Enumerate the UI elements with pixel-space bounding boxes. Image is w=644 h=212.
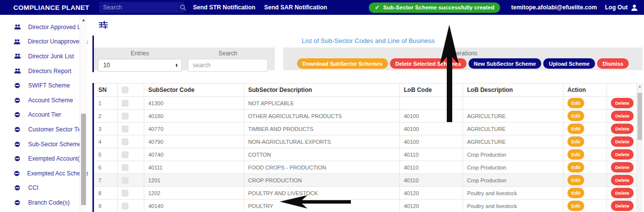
cell-checkbox (118, 97, 144, 110)
delete-button[interactable]: Delete (611, 124, 634, 134)
row-checkbox[interactable] (122, 113, 129, 120)
sidebar-item-label: CCI (28, 184, 39, 191)
delete-button[interactable]: Delete (611, 188, 634, 198)
cell-lob-description: Poultry and livestock (463, 200, 563, 212)
sidebar-item-account-tier[interactable]: Account Tier (0, 108, 88, 123)
table-scrollbar-thumb[interactable] (638, 93, 642, 140)
delete-button[interactable]: Delete (611, 98, 634, 108)
cell-sn: 3 (94, 123, 118, 135)
op-button-upload-scheme[interactable]: Upload Scheme (543, 58, 595, 69)
table-row: 440790NON-AGRICULTURAL EXPORTS40100AGRIC… (94, 135, 637, 148)
cell-delete: Delete (607, 148, 637, 161)
edit-button[interactable]: Edit (567, 98, 584, 108)
scroll-up-icon[interactable]: ▲ (80, 18, 87, 22)
cell-lob-description (463, 97, 563, 110)
nav-send-str[interactable]: Send STR Notification (193, 4, 256, 11)
op-button-download-subsector-schemes[interactable]: Download SubSector Schemes (297, 58, 388, 69)
entries-select[interactable]: 10 ▴▾ (98, 59, 182, 72)
sidebar-item-label: SWIFT Scheme (28, 82, 70, 89)
row-checkbox[interactable] (122, 126, 129, 132)
row-checkbox[interactable] (122, 151, 129, 158)
nav-send-sar[interactable]: Send SAR Notification (264, 4, 327, 11)
cell-checkbox (118, 135, 144, 148)
cell-lob-code: 40100 (400, 135, 463, 148)
entries-search-panel: Entries 10 ▴▾ Search (94, 47, 275, 70)
scheme-icon (14, 112, 21, 118)
delete-button[interactable]: Delete (611, 175, 634, 185)
sidebar-item-swift-scheme[interactable]: SWIFT Scheme (0, 78, 88, 93)
cell-lob-description: Poultry and livestock (463, 187, 563, 200)
edit-button[interactable]: Edit (567, 149, 584, 160)
edit-button[interactable]: Edit (567, 136, 584, 147)
cell-lob-description: Crop Production (463, 148, 563, 161)
cell-subsector-description: CROP PRODUCTION (244, 174, 400, 187)
row-checkbox[interactable] (122, 100, 129, 107)
cell-action: Edit (563, 123, 607, 135)
select-all-checkbox[interactable] (122, 86, 129, 93)
sidebar-item-label: Customer Sector Tier (28, 126, 84, 133)
row-checkbox[interactable] (122, 177, 129, 184)
delete-button[interactable]: Delete (611, 111, 634, 121)
check-icon: ✓ (375, 4, 380, 11)
cell-subsector-code: 40790 (144, 135, 244, 148)
cell-lob-description: Crop Production (463, 161, 563, 174)
sidebar-item-directors-report[interactable]: Directors Report (0, 64, 88, 79)
sidebar-item-director-approved-list[interactable]: Director Approved List (0, 20, 88, 35)
table-scrollbar[interactable]: ▲ (637, 83, 643, 212)
sidebar-scrollbar[interactable]: ▲ (80, 15, 86, 212)
sidebar-item-account-scheme[interactable]: Account Scheme (0, 93, 88, 108)
sidebar-item-sub-sector-scheme[interactable]: Sub-Sector Scheme (0, 137, 88, 152)
sidebar-item-exempted-acc-scheme[interactable]: Exempted Acc Scheme (0, 166, 88, 181)
edit-button[interactable]: Edit (567, 162, 584, 172)
op-button-dismiss[interactable]: Dismiss (597, 58, 629, 69)
subsector-table: SNSubSector CodeSubSector DescriptionLoB… (94, 83, 637, 212)
op-button-delete-selected-schemes[interactable]: Delete Selected Schemes (390, 58, 467, 69)
table-scroll-up-icon[interactable]: ▲ (637, 85, 643, 88)
sidebar-item-customer-sector-tier[interactable]: Customer Sector Tier (0, 122, 88, 137)
filter-icon[interactable] (99, 21, 108, 31)
sidebar-item-director-unapproved-list[interactable]: Director Unapproved List (0, 35, 88, 49)
users-icon (14, 68, 21, 74)
edit-button[interactable]: Edit (567, 124, 584, 134)
row-checkbox[interactable] (122, 138, 129, 145)
cell-lob-description: Crop Production (463, 174, 563, 187)
sidebar-scrollbar-thumb[interactable] (81, 114, 86, 205)
delete-button[interactable]: Delete (611, 149, 634, 160)
select-spinner-icon: ▴▾ (175, 63, 177, 67)
sidebar-item-cci[interactable]: CCI (0, 181, 88, 196)
table-search-input[interactable] (188, 59, 268, 72)
edit-button[interactable]: Edit (567, 111, 584, 121)
toast-message: Sub-Sector Scheme successfully created (383, 4, 494, 10)
delete-button[interactable]: Delete (611, 162, 634, 172)
cell-subsector-code: 41300 (144, 97, 244, 110)
row-checkbox[interactable] (122, 203, 129, 210)
table-row: 141300NOT APPLICABLEEditDelete (94, 97, 637, 110)
cell-action: Edit (563, 97, 607, 110)
delete-button[interactable]: Delete (611, 136, 634, 147)
cell-sn: 8 (94, 187, 118, 200)
cell-sn: 1 (94, 97, 118, 110)
sidebar-item-branch-code-s-[interactable]: Branch Code(s) (0, 195, 88, 210)
logout-button[interactable]: Log Out (605, 4, 628, 11)
edit-button[interactable]: Edit (567, 201, 584, 211)
edit-button[interactable]: Edit (567, 188, 584, 198)
page-title-link[interactable]: List of Sub-Sector Codes and Line of Bus… (94, 37, 643, 44)
sidebar-item-director-junk-list[interactable]: Director Junk List (0, 49, 88, 64)
sidebar-item-exempted-account-s-[interactable]: Exempted Account(s) (0, 151, 88, 166)
table-row: 71201CROP PRODUCTION40110Crop Production… (94, 174, 637, 187)
row-checkbox[interactable] (122, 164, 129, 171)
header-search-box[interactable] (99, 2, 184, 13)
cell-sn: 9 (94, 200, 118, 212)
app-brand: COMPLIANCE PLANET (13, 4, 89, 11)
scheme-icon (14, 156, 21, 162)
table-row: 640111FOOD CROPS - PRODUCTION40110Crop P… (94, 161, 637, 174)
edit-button[interactable]: Edit (567, 175, 584, 185)
header-search-input[interactable] (103, 4, 180, 11)
scheme-icon (14, 200, 21, 206)
op-button-new-subsector-scheme[interactable]: New SubSector Scheme (469, 58, 542, 69)
scheme-icon (14, 97, 21, 103)
row-checkbox[interactable] (122, 190, 129, 197)
delete-button[interactable]: Delete (611, 201, 634, 211)
scheme-icon (14, 127, 21, 132)
table-row: 540740COTTON40110Crop ProductionEditDele… (94, 148, 637, 161)
